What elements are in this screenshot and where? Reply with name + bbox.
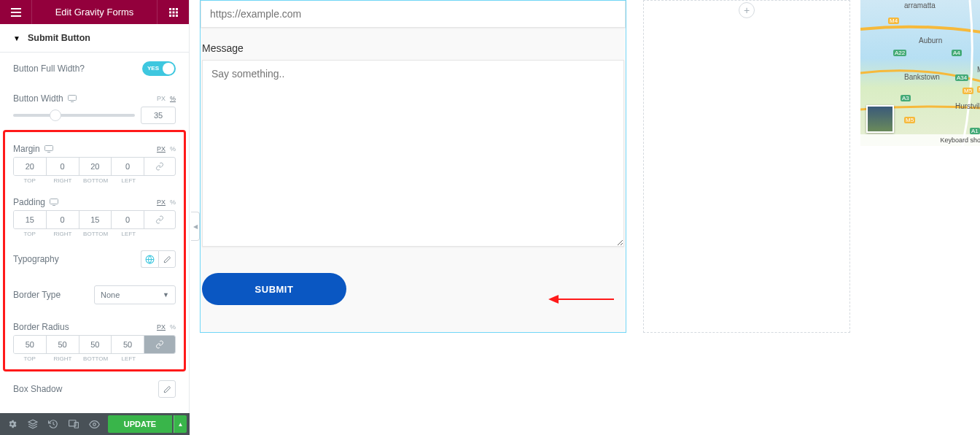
hamburger-icon[interactable] — [0, 0, 32, 24]
responsive-icon[interactable] — [64, 415, 83, 434]
l-top: TOP — [13, 177, 46, 184]
padding-right-input[interactable] — [47, 211, 79, 228]
desktop-icon[interactable] — [68, 95, 77, 102]
control-button-width: Button Width PX % — [13, 85, 176, 107]
full-width-switch[interactable]: YES — [142, 61, 176, 76]
padding-left-input[interactable] — [112, 211, 144, 228]
url-input[interactable] — [201, 1, 626, 28]
globe-icon[interactable] — [141, 250, 158, 268]
svg-rect-1 — [11, 12, 21, 13]
padding-top-input[interactable] — [14, 211, 46, 228]
sidebar-header: Edit Gravity Forms — [0, 0, 189, 24]
sidebar-footer: UPDATE ▲ — [0, 413, 190, 435]
svg-rect-16 — [50, 199, 58, 204]
width-slider-row — [13, 107, 176, 130]
br-left-input[interactable] — [112, 336, 144, 353]
br-l-top: TOP — [13, 355, 46, 362]
width-value-input[interactable] — [141, 107, 176, 124]
chevron-down-icon: ▼ — [163, 291, 169, 299]
message-label: Message — [201, 42, 626, 54]
svg-rect-0 — [11, 8, 21, 9]
section-submit-button[interactable]: ▼ Submit Button — [0, 24, 189, 53]
margin-dim-labels: TOP RIGHT BOTTOM LEFT — [13, 177, 176, 184]
map-place: Hurstville — [955, 102, 980, 110]
typography-label: Typography — [13, 254, 59, 264]
border-radius-units: PX % — [157, 323, 176, 331]
margin-left-input[interactable] — [112, 158, 144, 175]
desktop-icon[interactable] — [44, 145, 53, 153]
margin-unit-pct[interactable]: % — [170, 145, 176, 153]
form-widget[interactable]: Message SUBMIT — [200, 0, 626, 333]
full-width-label: Button Full Width? — [13, 63, 85, 74]
padding-bottom-input[interactable] — [79, 211, 112, 228]
width-slider[interactable] — [13, 114, 135, 117]
message-textarea[interactable] — [202, 60, 624, 247]
google-map-widget[interactable]: arramatta Auburn Bankstown Hurstville Su… — [860, 0, 980, 146]
widgets-grid-icon[interactable] — [157, 0, 189, 24]
margin-link-icon[interactable] — [144, 158, 175, 175]
map-road: A34 — [955, 74, 968, 81]
padding-text: Padding — [13, 197, 45, 207]
border-type-value: None — [101, 290, 120, 299]
map-road: A22 — [893, 50, 906, 56]
margin-right-input[interactable] — [47, 158, 79, 175]
svg-rect-10 — [172, 15, 174, 17]
svg-rect-6 — [169, 11, 171, 13]
br-right-input[interactable] — [47, 336, 79, 353]
desktop-icon[interactable] — [50, 199, 58, 206]
pencil-icon[interactable] — [158, 250, 176, 268]
gear-icon[interactable] — [3, 415, 22, 434]
padding-unit-px[interactable]: PX — [157, 199, 166, 206]
history-icon[interactable] — [44, 415, 63, 434]
margin-unit-px[interactable]: PX — [157, 145, 166, 153]
br-bottom-input[interactable] — [79, 336, 112, 353]
unit-pct[interactable]: % — [170, 95, 176, 102]
margin-label: Margin — [13, 144, 53, 154]
map-place: Marrickville — [977, 66, 980, 74]
svg-rect-5 — [176, 8, 178, 10]
update-caret[interactable]: ▲ — [174, 415, 187, 433]
l-right: RIGHT — [46, 177, 79, 184]
pencil-icon[interactable] — [158, 380, 176, 398]
button-width-label: Button Width — [13, 93, 77, 104]
padding-link-icon[interactable] — [144, 211, 175, 228]
map-road: A4 — [952, 50, 962, 56]
map-road: M4 — [888, 18, 899, 24]
svg-rect-2 — [11, 15, 21, 17]
map-type-thumb[interactable] — [866, 105, 894, 133]
layers-icon[interactable] — [23, 415, 42, 434]
add-section-placeholder[interactable]: + — [643, 0, 850, 333]
padding-unit-pct[interactable]: % — [170, 199, 176, 206]
control-full-width: Button Full Width? YES — [13, 53, 176, 85]
margin-top-input[interactable] — [14, 158, 46, 175]
unit-px[interactable]: PX — [157, 95, 166, 102]
slider-thumb[interactable] — [50, 109, 61, 121]
br-link-icon[interactable] — [144, 336, 175, 353]
margin-units: PX % — [157, 145, 176, 153]
submit-button[interactable]: SUBMIT — [202, 273, 346, 305]
p-l-left: LEFT — [112, 231, 145, 237]
control-margin: Margin PX % — [13, 135, 176, 157]
br-unit-pct[interactable]: % — [170, 323, 176, 331]
switch-knob — [163, 63, 174, 74]
margin-text: Margin — [13, 144, 40, 154]
svg-marker-25 — [548, 295, 559, 304]
switch-yes-label: YES — [147, 61, 159, 76]
sidebar-title: Edit Gravity Forms — [32, 7, 157, 18]
update-button[interactable]: UPDATE — [108, 415, 172, 433]
map-place: Auburn — [919, 36, 942, 45]
map-keyboard-shortcuts[interactable]: Keyboard shortcuts — [940, 136, 980, 144]
eye-icon[interactable] — [85, 415, 104, 434]
margin-bottom-input[interactable] — [79, 158, 112, 175]
box-shadow-label: Box Shadow — [13, 384, 62, 394]
l-left: LEFT — [112, 177, 145, 184]
map-road: M5 — [904, 117, 915, 123]
br-unit-px[interactable]: PX — [157, 323, 166, 331]
plus-icon[interactable]: + — [739, 2, 755, 18]
br-top-input[interactable] — [14, 336, 46, 353]
editor-canvas: ◀ Message SUBMIT + arramatta Auburn Bank… — [191, 0, 980, 435]
collapse-sidebar-icon[interactable]: ◀ — [191, 212, 200, 241]
padding-units: PX % — [157, 199, 176, 206]
border-type-select[interactable]: None ▼ — [94, 285, 176, 304]
map-road: A1 — [970, 128, 980, 134]
